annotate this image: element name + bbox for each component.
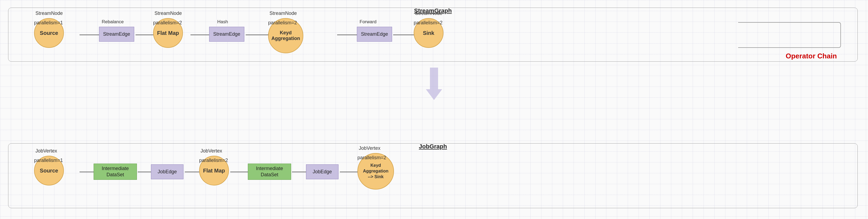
job-keyd-sink-bottom-label: parallelism=2 bbox=[358, 155, 386, 161]
operator-chain-label: Operator Chain bbox=[786, 52, 837, 60]
stream-edge2-top-label: Hash bbox=[217, 19, 228, 25]
stream-edge1-top-label: Rebalance bbox=[102, 19, 124, 25]
stream-edge1-node: StreamEdge bbox=[99, 27, 134, 42]
job-dataset2-node: IntermediateDataSet bbox=[248, 163, 291, 180]
main-container: StreamGraph StreamNode Source parallelis… bbox=[0, 0, 868, 219]
stream-source-top-label: StreamNode bbox=[35, 10, 63, 16]
job-flatmap-top-label: JobVertex bbox=[200, 148, 222, 154]
stream-flatmap-bottom-label: parallelism=2 bbox=[153, 20, 182, 26]
stream-keyd-bottom-label: parallelism=2 bbox=[268, 20, 297, 26]
operator-chain-bracket bbox=[738, 22, 841, 48]
job-flatmap-bottom-label: parallelism=2 bbox=[199, 158, 228, 163]
stream-sink-top-label: StreamNode bbox=[415, 10, 442, 16]
stream-edge3-top-label: Forward bbox=[360, 19, 376, 25]
job-keyd-sink-top-label: JobVertex bbox=[359, 146, 380, 151]
job-source-bottom-label: parallelism=1 bbox=[34, 158, 63, 163]
down-arrow bbox=[426, 68, 442, 100]
job-dataset1-node: IntermediateDataSet bbox=[94, 163, 137, 180]
job-graph-title: JobGraph bbox=[419, 143, 447, 150]
stream-graph-panel: StreamGraph StreamNode Source parallelis… bbox=[8, 7, 858, 62]
job-edge1-node: JobEdge bbox=[151, 164, 183, 179]
down-arrow-body bbox=[430, 68, 438, 89]
stream-flatmap-top-label: StreamNode bbox=[155, 10, 182, 16]
job-source-top-label: JobVertex bbox=[35, 148, 57, 154]
stream-edge2-node: StreamEdge bbox=[209, 27, 244, 42]
stream-source-bottom-label: parallelism=1 bbox=[34, 20, 63, 26]
stream-edge3-node: StreamEdge bbox=[357, 27, 392, 42]
stream-sink-bottom-label: parallelism=2 bbox=[414, 20, 443, 26]
job-graph-panel: JobGraph JobVertex Source parallelism=1 … bbox=[8, 143, 858, 208]
down-arrow-head bbox=[426, 89, 442, 100]
stream-keyd-top-label: StreamNode bbox=[270, 10, 297, 16]
job-edge2-node: JobEdge bbox=[306, 164, 339, 179]
